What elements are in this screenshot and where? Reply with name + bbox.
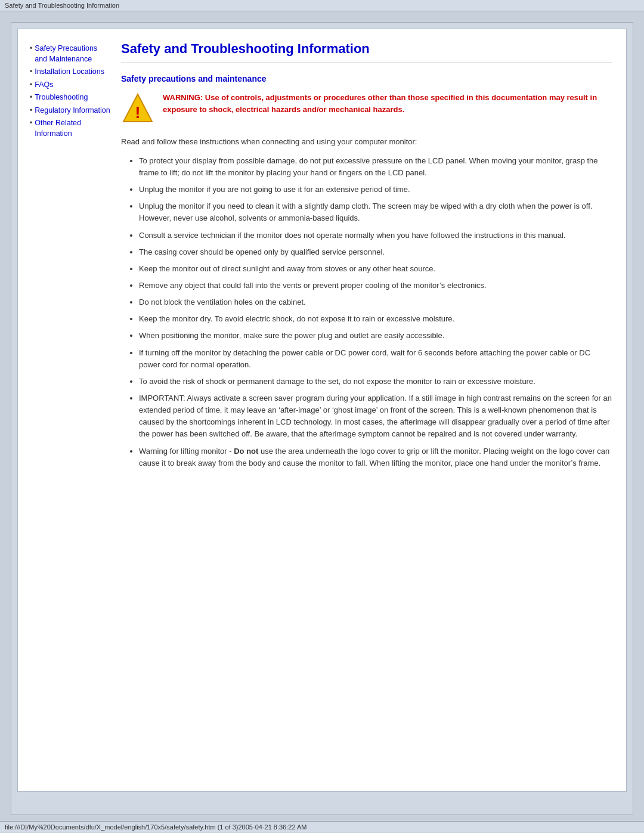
bullet-safety: •	[30, 44, 32, 52]
warning-icon: !	[121, 92, 154, 125]
sidebar-link-other[interactable]: Other Related Information	[35, 118, 110, 139]
list-item: To avoid the risk of shock or permanent …	[139, 376, 612, 388]
warning-triangle-svg: !	[121, 92, 154, 125]
svg-text:!: !	[135, 103, 140, 122]
list-item: Consult a service technician if the moni…	[139, 230, 612, 241]
bullet-list: To protect your display from possible da…	[139, 155, 612, 469]
sidebar-item-faqs: • FAQs	[30, 80, 110, 91]
sidebar-item-other: • Other Related Information	[30, 118, 110, 139]
sidebar-nav: • Safety Precautions and Maintenance • I…	[30, 44, 110, 139]
sidebar-item-safety: • Safety Precautions and Maintenance	[30, 44, 110, 64]
sidebar-link-safety[interactable]: Safety Precautions and Maintenance	[35, 44, 110, 64]
list-item: Keep the monitor out of direct sunlight …	[139, 263, 612, 275]
list-item-lifting: Warning for lifting monitor - Do not use…	[139, 445, 612, 469]
outer-frame: • Safety Precautions and Maintenance • I…	[11, 22, 633, 815]
sidebar: • Safety Precautions and Maintenance • I…	[30, 41, 116, 474]
list-item: To protect your display from possible da…	[139, 155, 612, 179]
list-item: Unplug the monitor if you need to clean …	[139, 200, 612, 224]
page-title: Safety and Troubleshooting Information	[121, 41, 612, 57]
list-item: When positioning the monitor, make sure …	[139, 330, 612, 342]
bullet-other: •	[30, 119, 32, 127]
do-not-bold: Do not	[234, 447, 258, 456]
list-item: Remove any object that could fall into t…	[139, 280, 612, 292]
status-bar: file:///D|/My%20Documents/dfu/X_model/en…	[0, 821, 644, 832]
list-item: If turning off the monitor by detaching …	[139, 347, 612, 371]
list-item: IMPORTANT: Always activate a screen save…	[139, 392, 612, 441]
title-bar-text: Safety and Troubleshooting Information	[5, 2, 119, 9]
list-item: Unplug the monitor if you are not going …	[139, 184, 612, 196]
sidebar-link-faqs[interactable]: FAQs	[35, 80, 53, 91]
sidebar-link-troubleshooting[interactable]: Troubleshooting	[35, 92, 88, 103]
sidebar-item-regulatory: • Regulatory Information	[30, 106, 110, 116]
bullet-locations: •	[30, 67, 32, 76]
list-item: Do not block the ventilation holes on th…	[139, 296, 612, 308]
list-item: Keep the monitor dry. To avoid electric …	[139, 313, 612, 325]
bullet-faqs: •	[30, 80, 32, 89]
warning-box: ! WARNING: Use of controls, adjustments …	[121, 92, 612, 125]
read-follow-text: Read and follow these instructions when …	[121, 136, 612, 148]
sidebar-item-troubleshooting: • Troubleshooting	[30, 92, 110, 103]
inner-frame: • Safety Precautions and Maintenance • I…	[17, 29, 627, 792]
sidebar-item-locations: • Installation Locations	[30, 67, 110, 78]
layout: • Safety Precautions and Maintenance • I…	[30, 41, 612, 474]
bullet-troubleshooting: •	[30, 93, 32, 101]
bullet-regulatory: •	[30, 106, 32, 114]
section-title: Safety precautions and maintenance	[121, 74, 612, 83]
list-item: The casing cover should be opened only b…	[139, 246, 612, 258]
divider	[121, 63, 612, 63]
title-bar: Safety and Troubleshooting Information	[0, 0, 644, 11]
sidebar-link-regulatory[interactable]: Regulatory Information	[35, 106, 110, 116]
main-content: Safety and Troubleshooting Information S…	[116, 41, 612, 474]
sidebar-link-locations[interactable]: Installation Locations	[35, 67, 104, 78]
status-bar-text: file:///D|/My%20Documents/dfu/X_model/en…	[5, 823, 306, 831]
warning-text: WARNING: Use of controls, adjustments or…	[163, 92, 612, 115]
